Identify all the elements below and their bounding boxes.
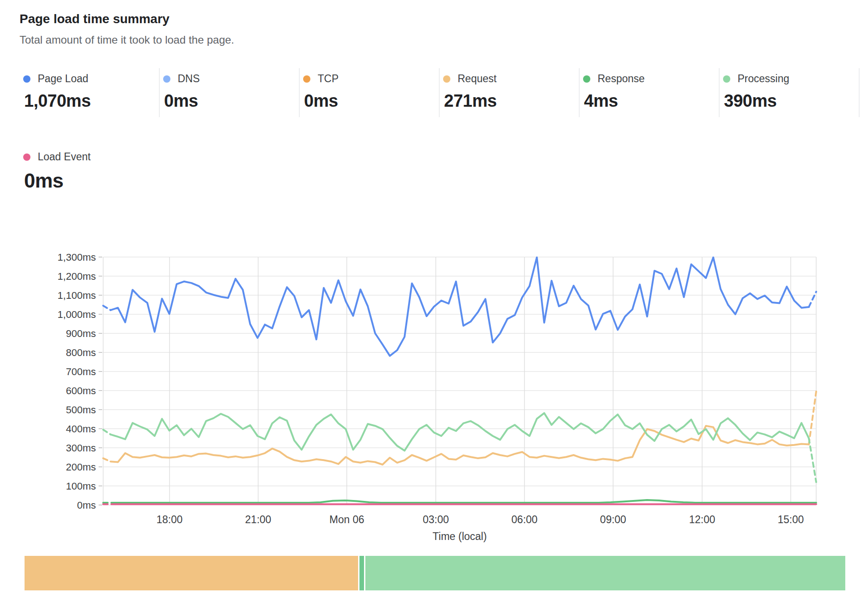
metric-label: Processing — [738, 73, 789, 85]
page-subtitle: Total amount of time it took to load the… — [20, 34, 234, 46]
metric-value: 0ms — [24, 169, 160, 192]
series-line-request-lead-dash — [103, 458, 110, 461]
bar-segment-request — [25, 556, 358, 590]
series-line-processing-tail-dash — [809, 438, 816, 482]
y-tick-label: 1,100ms — [58, 290, 96, 301]
metric-card-processing[interactable]: Processing 390ms — [719, 68, 859, 117]
breakdown-bar — [25, 556, 845, 590]
tcp-legend-dot — [303, 75, 310, 83]
y-tick-label: 300ms — [66, 442, 96, 454]
y-tick-label: 600ms — [66, 385, 96, 396]
series-line-processing-lead-dash — [103, 430, 110, 435]
dns-legend-dot — [163, 75, 170, 83]
metric-card-request[interactable]: Request 271ms — [439, 68, 579, 117]
series-line-request-tail-dash — [809, 391, 816, 444]
x-tick-label: 12:00 — [689, 514, 715, 525]
metrics-row-2: Load Event 0ms — [20, 146, 160, 198]
y-tick-label: 1,300ms — [58, 252, 96, 263]
series-line-processing — [110, 413, 809, 451]
y-tick-label: 1,200ms — [58, 271, 96, 282]
metric-label: Load Event — [38, 151, 90, 163]
page-load-summary-panel: Page load time summary Total amount of t… — [0, 0, 868, 614]
metric-value: 390ms — [724, 91, 859, 111]
metric-value: 4ms — [584, 91, 719, 111]
bar-segment-response — [359, 556, 364, 590]
page-load-legend-dot — [23, 75, 30, 83]
series-line-page-load — [110, 257, 809, 356]
metrics-row: Page Load 1,070ms DNS 0ms TCP 0ms Reques… — [20, 68, 859, 117]
load-event-legend-dot — [23, 154, 30, 161]
metric-value: 1,070ms — [24, 91, 159, 111]
bar-segment-processing — [365, 556, 845, 590]
series-line-response — [115, 500, 816, 503]
y-tick-label: 800ms — [66, 347, 96, 358]
metric-value: 0ms — [304, 91, 439, 111]
series-line-request — [110, 426, 809, 465]
response-legend-dot — [583, 75, 590, 83]
series-line-page-load-lead-dash — [103, 306, 110, 310]
metric-label: TCP — [318, 73, 339, 85]
x-tick-label: 21:00 — [245, 514, 271, 525]
x-tick-label: 06:00 — [511, 514, 538, 525]
y-tick-label: 1,000ms — [58, 309, 96, 320]
metric-label: Page Load — [38, 73, 88, 85]
y-tick-label: 400ms — [66, 423, 96, 435]
y-tick-label: 200ms — [66, 461, 96, 473]
metric-value: 271ms — [444, 91, 579, 111]
y-tick-label: 900ms — [66, 328, 96, 339]
processing-legend-dot — [723, 75, 730, 83]
x-tick-label: 15:00 — [778, 514, 804, 525]
x-tick-label: Mon 06 — [329, 514, 364, 525]
metric-card-response[interactable]: Response 4ms — [579, 68, 719, 117]
y-tick-label: 0ms — [77, 500, 96, 511]
metric-label: DNS — [178, 73, 200, 85]
metric-label: Response — [598, 73, 645, 85]
series-line-page-load-tail-dash — [809, 292, 816, 307]
x-tick-label: 09:00 — [600, 514, 626, 525]
x-tick-label: 18:00 — [156, 514, 183, 525]
metric-value: 0ms — [164, 91, 299, 111]
metric-card-tcp[interactable]: TCP 0ms — [299, 68, 439, 117]
y-tick-label: 500ms — [66, 404, 96, 416]
metric-card-dns[interactable]: DNS 0ms — [160, 68, 299, 117]
y-tick-label: 100ms — [66, 480, 96, 492]
metric-card-load-event[interactable]: Load Event 0ms — [20, 146, 160, 198]
metric-label: Request — [458, 73, 497, 85]
request-legend-dot — [443, 75, 450, 83]
page-title: Page load time summary — [20, 12, 170, 26]
metric-card-page-load[interactable]: Page Load 1,070ms — [20, 68, 160, 117]
x-tick-label: 03:00 — [423, 514, 449, 525]
x-axis-title: Time (local) — [433, 530, 487, 542]
y-tick-label: 700ms — [66, 366, 96, 377]
